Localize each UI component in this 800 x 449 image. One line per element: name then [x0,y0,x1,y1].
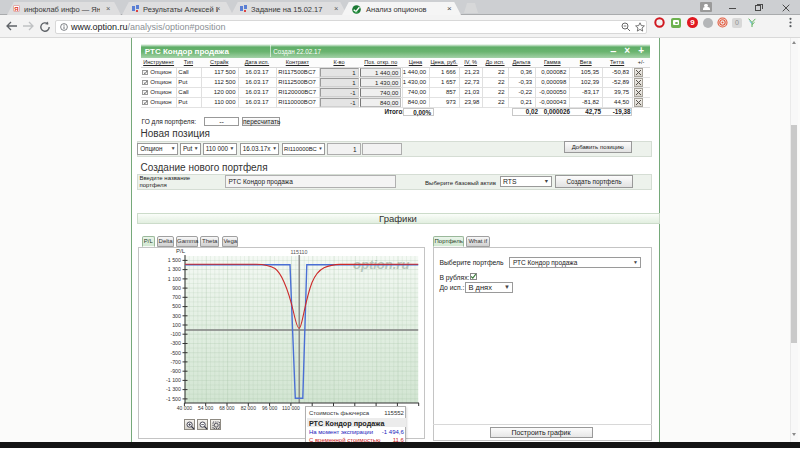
svg-text:110 000: 110 000 [282,405,300,411]
svg-text:300: 300 [172,313,181,319]
svg-text:700: 700 [172,294,181,300]
svg-text:68 000: 68 000 [219,405,235,411]
svg-text:-100: -100 [170,331,181,337]
svg-text:96 000: 96 000 [262,405,278,411]
svg-text:100: 100 [172,322,181,328]
svg-text:500: 500 [172,303,181,309]
svg-text:1 500: 1 500 [168,257,181,263]
svg-text:115110: 115110 [291,249,308,255]
svg-text:-500: -500 [170,350,181,356]
svg-text:-1 500: -1 500 [166,396,181,402]
svg-text:1 300: 1 300 [168,266,181,272]
svg-text:-300: -300 [170,340,181,346]
svg-text:-700: -700 [170,359,181,365]
svg-text:900: 900 [172,285,181,291]
svg-text:1 100: 1 100 [168,276,181,282]
svg-text:54 000: 54 000 [198,405,214,411]
svg-text:82 000: 82 000 [241,405,257,411]
svg-text:-900: -900 [170,368,181,374]
svg-text:40 000: 40 000 [177,405,193,411]
svg-text:P/L: P/L [176,248,186,254]
svg-text:-1 300: -1 300 [166,386,181,392]
svg-text:-1 100: -1 100 [166,377,181,383]
